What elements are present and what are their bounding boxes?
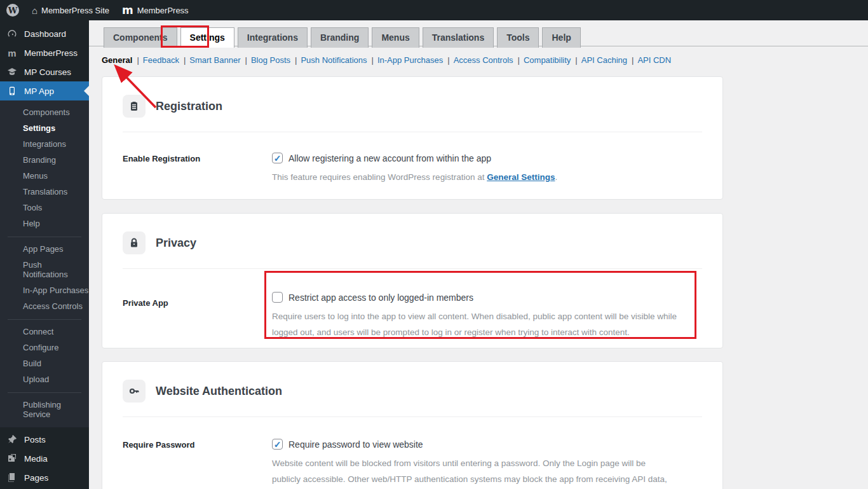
subnav-link-access-controls[interactable]: Access Controls	[454, 55, 513, 65]
tab-translations[interactable]: Translations	[423, 27, 494, 48]
lock-icon	[123, 231, 146, 254]
checkbox-label[interactable]: Restrict app access to only logged-in me…	[288, 293, 473, 303]
submenu-item-connect[interactable]: Connect	[0, 324, 89, 340]
submenu-item-build[interactable]: Build	[0, 355, 89, 371]
dashboard-icon	[6, 29, 18, 39]
subnav-link-smart-banner[interactable]: Smart Banner	[189, 55, 240, 65]
sidebar-item-media[interactable]: Media	[0, 449, 89, 468]
setting-description: This feature requires enabling WordPress…	[272, 169, 682, 185]
submenu-item-components[interactable]: Components	[0, 104, 89, 120]
divider	[123, 132, 702, 132]
section-title: Website Authentication	[156, 385, 282, 398]
submenu-item-access-controls[interactable]: Access Controls	[0, 298, 89, 314]
submenu-item-publishing-service[interactable]: Publishing Service	[0, 397, 89, 422]
subnav-link-compatibility[interactable]: Compatibility	[524, 55, 571, 65]
wordpress-admin-bar: W ⌂ MemberPress Site m MemberPress	[0, 0, 868, 20]
pushpin-icon	[6, 434, 18, 444]
sidebar-item-mp-app[interactable]: MP App	[0, 81, 89, 100]
divider	[123, 417, 702, 417]
setting-label-require-password: Require Password	[123, 439, 272, 489]
privacy-section: Privacy Private App Restrict app access …	[102, 213, 723, 348]
smartphone-icon	[6, 86, 18, 96]
setting-label-private-app: Private App	[123, 292, 272, 340]
sidebar-item-label: MemberPress	[24, 48, 78, 58]
checkbox-checked-icon[interactable]	[272, 439, 283, 450]
submenu-item-push-notifications[interactable]: Push Notifications	[0, 257, 89, 282]
sidebar-item-label: Pages	[24, 473, 48, 483]
tab-tools[interactable]: Tools	[497, 27, 539, 48]
submenu-item-settings[interactable]: Settings	[0, 120, 89, 136]
checkbox-label[interactable]: Allow registering a new account from wit…	[288, 153, 491, 163]
wp-logo-menu[interactable]: W	[0, 0, 25, 20]
sidebar-item-label: Posts	[24, 435, 46, 444]
memberpress-adminbar-menu[interactable]: m MemberPress	[116, 0, 195, 20]
checkbox-label[interactable]: Require password to view website	[288, 439, 423, 450]
checkbox-unchecked-icon[interactable]	[272, 292, 283, 303]
submenu-item-configure[interactable]: Configure	[0, 340, 89, 355]
settings-subnav: GeneralFeedbackSmart BannerBlog PostsPus…	[89, 46, 868, 76]
checkbox-checked-icon[interactable]	[272, 153, 283, 163]
sidebar-item-pages[interactable]: Pages	[0, 468, 89, 487]
submenu-item-app-pages[interactable]: App Pages	[0, 241, 89, 257]
submenu-divider	[8, 392, 81, 393]
subnav-link-blog-posts[interactable]: Blog Posts	[251, 55, 290, 65]
subnav-link-api-caching[interactable]: API Caching	[581, 55, 627, 65]
website-authentication-section: Website Authentication Require Password …	[102, 361, 723, 489]
description-text: This feature requires enabling WordPress…	[272, 172, 487, 182]
tab-settings[interactable]: Settings	[180, 27, 234, 48]
site-name-menu[interactable]: ⌂ MemberPress Site	[25, 0, 116, 20]
section-title: Privacy	[156, 237, 196, 250]
graduation-cap-icon	[6, 67, 18, 77]
tab-integrations[interactable]: Integrations	[238, 27, 308, 48]
mp-app-submenu: Components Settings Integrations Brandin…	[0, 100, 89, 427]
setting-label-enable-registration: Enable Registration	[123, 153, 272, 185]
submenu-item-help[interactable]: Help	[0, 216, 89, 231]
subnav-link-general[interactable]: General	[102, 55, 132, 65]
sidebar-item-label: Media	[24, 454, 48, 464]
submenu-item-translations[interactable]: Translations	[0, 184, 89, 200]
submenu-item-menus[interactable]: Menus	[0, 168, 89, 184]
general-settings-link[interactable]: General Settings	[487, 172, 555, 182]
sidebar-item-label: Dashboard	[24, 29, 66, 39]
submenu-item-branding[interactable]: Branding	[0, 152, 89, 168]
sidebar-item-label: MP Courses	[24, 67, 71, 77]
setting-description: Require users to log into the app to vie…	[272, 308, 682, 340]
pages-icon	[6, 472, 18, 483]
settings-page: ComponentsSettingsIntegrationsBrandingMe…	[89, 20, 868, 489]
sidebar-item-memberpress[interactable]: m MemberPress	[0, 43, 89, 62]
wordpress-logo-icon: W	[6, 4, 19, 17]
submenu-item-upload[interactable]: Upload	[0, 371, 89, 387]
submenu-item-integrations[interactable]: Integrations	[0, 136, 89, 152]
enable-registration-checkbox[interactable]: Allow registering a new account from wit…	[272, 153, 702, 163]
subnav-link-push-notifications[interactable]: Push Notifications	[301, 55, 367, 65]
private-app-checkbox[interactable]: Restrict app access to only logged-in me…	[272, 292, 702, 303]
submenu-divider	[8, 319, 81, 320]
tab-help[interactable]: Help	[542, 27, 580, 48]
section-title: Registration	[156, 100, 222, 113]
home-icon: ⌂	[32, 5, 37, 16]
submenu-item-in-app-purchases[interactable]: In-App Purchases	[0, 282, 89, 298]
media-icon	[6, 453, 18, 464]
sidebar-item-dashboard[interactable]: Dashboard	[0, 24, 89, 43]
subnav-link-api-cdn[interactable]: API CDN	[637, 55, 671, 65]
registration-section: Registration Enable Registration Allow r…	[102, 76, 723, 200]
divider	[123, 268, 702, 269]
subnav-link-feedback[interactable]: Feedback	[143, 55, 179, 65]
clipboard-icon	[123, 95, 146, 118]
memberpress-adminbar-label: MemberPress	[137, 6, 189, 15]
tab-components[interactable]: Components	[104, 27, 177, 48]
submenu-divider	[8, 237, 81, 237]
key-icon	[123, 380, 146, 403]
subnav-link-in-app-purchases[interactable]: In-App Purchases	[377, 55, 443, 65]
submenu-item-tools[interactable]: Tools	[0, 200, 89, 216]
require-password-checkbox[interactable]: Require password to view website	[272, 439, 702, 450]
memberpress-menu-icon: m	[6, 48, 18, 59]
tab-branding[interactable]: Branding	[311, 27, 369, 48]
tab-menus[interactable]: Menus	[372, 27, 419, 48]
sidebar-item-mp-courses[interactable]: MP Courses	[0, 62, 89, 81]
sidebar-item-posts[interactable]: Posts	[0, 430, 89, 449]
admin-sidebar: Dashboard m MemberPress MP Courses MP Ap…	[0, 20, 89, 489]
site-name-label: MemberPress Site	[41, 6, 109, 15]
sidebar-item-label: MP App	[24, 86, 54, 96]
settings-tabbar: ComponentsSettingsIntegrationsBrandingMe…	[89, 20, 868, 46]
